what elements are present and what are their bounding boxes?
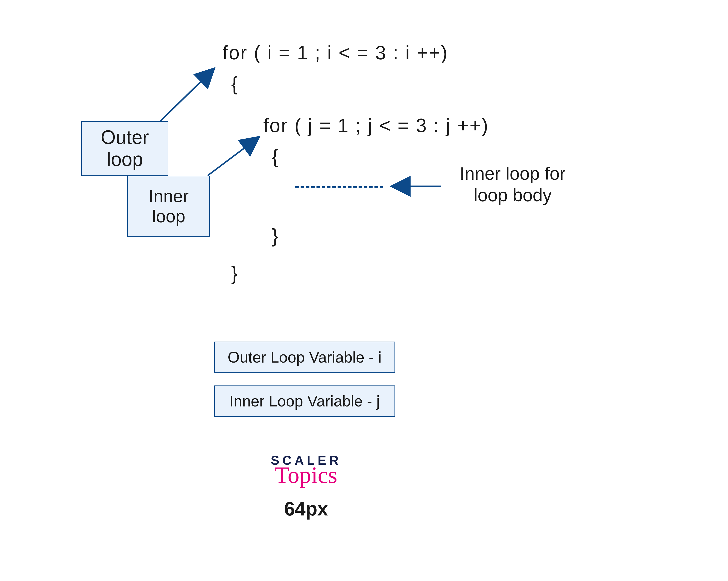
inner-open-brace: { — [272, 146, 278, 168]
outer-loop-label-box: Outer loop — [81, 121, 168, 176]
legend-inner-variable: Inner Loop Variable - j — [214, 385, 395, 417]
logo-sub-text: Topics — [263, 465, 349, 484]
inner-body-annotation: Inner loop for loop body — [446, 163, 579, 206]
inner-loop-label-box: Inner loop — [127, 176, 210, 237]
inner-loop-label-line2: loop — [152, 206, 185, 226]
footer-size-text: 64px — [263, 498, 349, 520]
inner-close-brace: } — [272, 225, 278, 247]
svg-line-0 — [160, 69, 214, 121]
outer-close-brace: } — [231, 262, 238, 284]
arrow-layer — [0, 0, 728, 581]
outer-loop-label-line1: Outer — [101, 126, 149, 149]
outer-for-line: for ( i = 1 ; i < = 3 : i ++) — [223, 42, 448, 64]
inner-for-line: for ( j = 1 ; j < = 3 : j ++) — [263, 115, 489, 136]
outer-open-brace: { — [231, 73, 238, 95]
inner-body-placeholder — [295, 186, 383, 188]
legend-outer-variable: Outer Loop Variable - i — [214, 342, 395, 373]
inner-body-annotation-l2: loop body — [446, 184, 579, 206]
inner-loop-label-line1: Inner — [149, 186, 189, 206]
diagram-stage: for ( i = 1 ; i < = 3 : i ++) { for ( j … — [0, 0, 728, 581]
outer-loop-label-line2: loop — [107, 148, 143, 171]
inner-body-annotation-l1: Inner loop for — [446, 163, 579, 184]
scaler-topics-logo: SCALER Topics — [263, 454, 349, 484]
svg-line-1 — [208, 137, 259, 176]
